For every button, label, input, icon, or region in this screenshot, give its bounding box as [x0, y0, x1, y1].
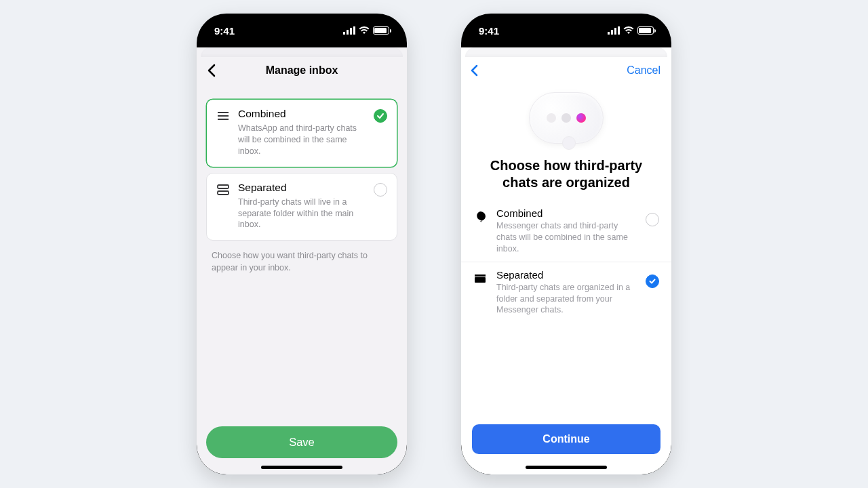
option-desc: Messenger chats and third-party chats wi… — [496, 220, 636, 255]
svg-rect-10 — [611, 30, 613, 35]
radio-checked-icon[interactable] — [646, 274, 659, 288]
back-button[interactable] — [203, 62, 220, 79]
option-title: Separated — [238, 182, 366, 194]
status-bar: 9:41 — [461, 14, 671, 47]
svg-rect-14 — [475, 277, 486, 283]
option-combined[interactable]: Combined Messenger chats and third-party… — [461, 201, 671, 262]
svg-rect-8 — [218, 191, 229, 195]
svg-rect-1 — [347, 30, 349, 35]
nav-bar: Cancel — [461, 57, 671, 81]
option-separated[interactable]: Separated Third-party chats are organize… — [461, 262, 671, 323]
chat-filled-icon — [473, 210, 487, 224]
svg-rect-11 — [614, 28, 616, 35]
screen-content: Manage inbox Combined WhatsApp and third… — [197, 47, 407, 474]
battery-icon — [373, 26, 389, 35]
option-separated[interactable]: Separated Third-party chats will live in… — [206, 173, 397, 241]
option-desc: Third-party chats are organized in a fol… — [496, 282, 636, 317]
option-desc: Third-party chats will live in a separat… — [238, 197, 366, 231]
folder-icon — [473, 272, 487, 285]
dot-icon — [561, 113, 571, 123]
status-bar: 9:41 — [197, 14, 407, 47]
cancel-button[interactable]: Cancel — [627, 64, 660, 77]
status-time: 9:41 — [479, 25, 499, 37]
cellular-icon — [608, 25, 620, 37]
option-desc: WhatsApp and third-party chats will be c… — [238, 123, 366, 157]
home-indicator — [526, 466, 607, 469]
svg-rect-7 — [218, 185, 229, 188]
hero-illustration — [461, 81, 671, 153]
screen-content: Cancel Choose how third-party chats are … — [461, 47, 671, 474]
svg-rect-0 — [343, 32, 345, 35]
option-title: Separated — [496, 269, 636, 281]
option-title: Combined — [238, 108, 366, 120]
dot-icon — [576, 113, 586, 123]
hint-text: Choose how you want third-party chats to… — [197, 241, 407, 274]
wifi-icon — [359, 25, 370, 37]
phone-messenger: 9:41 — [461, 14, 671, 474]
radio-unchecked-icon[interactable] — [646, 213, 659, 226]
split-list-icon — [216, 183, 230, 197]
svg-rect-13 — [475, 274, 486, 277]
option-combined[interactable]: Combined WhatsApp and third-party chats … — [206, 99, 397, 167]
wifi-icon — [623, 25, 634, 37]
list-icon — [216, 109, 230, 123]
svg-rect-2 — [350, 28, 352, 35]
dot-icon — [547, 113, 556, 123]
svg-rect-3 — [353, 26, 355, 35]
save-button[interactable]: Save — [206, 426, 397, 458]
svg-rect-9 — [608, 32, 610, 35]
sheet-handle-area — [465, 47, 667, 57]
cellular-icon — [343, 25, 355, 37]
radio-checked-icon[interactable] — [374, 109, 387, 123]
radio-unchecked-icon[interactable] — [374, 183, 387, 197]
phone-whatsapp: 9:41 — [197, 14, 407, 474]
svg-rect-12 — [618, 26, 620, 35]
back-button[interactable] — [469, 64, 486, 77]
status-indicators — [608, 25, 654, 37]
sheet-handle-area — [201, 47, 403, 57]
home-indicator — [261, 466, 342, 469]
bubble-tail-icon — [562, 136, 576, 150]
status-time: 9:41 — [214, 25, 235, 37]
page-title: Manage inbox — [266, 64, 338, 77]
page-title: Choose how third-party chats are organiz… — [461, 153, 671, 201]
continue-button[interactable]: Continue — [472, 424, 660, 454]
option-title: Combined — [496, 207, 636, 219]
battery-icon — [637, 26, 654, 35]
page-header: Manage inbox — [197, 57, 407, 84]
status-indicators — [343, 25, 389, 37]
chat-bubble-icon — [529, 92, 604, 144]
